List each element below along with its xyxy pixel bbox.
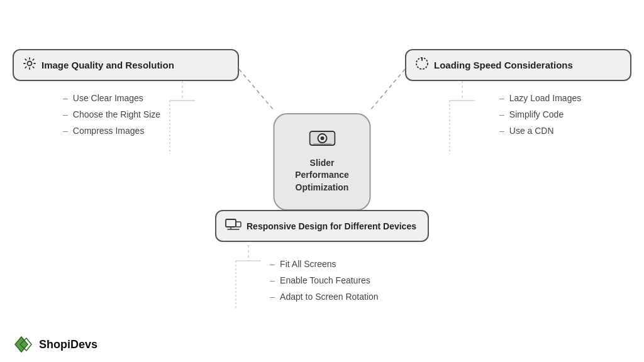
box-image-quality: Image Quality and Resolution xyxy=(13,49,239,81)
svg-point-14 xyxy=(320,136,324,140)
bullet-text: Use Clear Images xyxy=(73,93,143,103)
bullet-text: Enable Touch Features xyxy=(280,275,370,285)
logo: ShopiDevs xyxy=(13,333,97,356)
gear-icon xyxy=(23,57,36,74)
bullet-text: Simplify Code xyxy=(509,109,564,119)
list-item: Use a CDN xyxy=(499,126,625,136)
bullet-text: Choose the Right Size xyxy=(73,109,160,119)
list-item: Lazy Load Images xyxy=(499,93,625,103)
list-item: Fit All Screens xyxy=(270,259,378,269)
bullet-text: Adapt to Screen Rotation xyxy=(280,292,378,302)
box-loading-speed: Loading Speed Considerations xyxy=(405,49,631,81)
box-responsive: Responsive Design for Different Devices xyxy=(215,210,429,242)
list-item: Choose the Right Size xyxy=(63,109,160,119)
logo-text: ShopiDevs xyxy=(39,338,97,351)
diagram-container: Slider Performance Optimization Image Qu… xyxy=(0,0,644,339)
bullet-text: Fit All Screens xyxy=(280,259,336,269)
svg-rect-15 xyxy=(313,143,331,145)
svg-point-16 xyxy=(28,62,32,66)
bullet-text: Lazy Load Images xyxy=(509,93,581,103)
bullets-left: Use Clear Images Choose the Right Size C… xyxy=(63,93,160,142)
box-loading-speed-label: Loading Speed Considerations xyxy=(434,60,573,70)
list-item: Use Clear Images xyxy=(63,93,160,103)
svg-rect-20 xyxy=(236,222,241,227)
bullets-bottom: Fit All Screens Enable Touch Features Ad… xyxy=(270,259,378,308)
box-image-quality-label: Image Quality and Resolution xyxy=(42,60,174,70)
bullets-right: Lazy Load Images Simplify Code Use a CDN xyxy=(499,93,625,142)
center-icon xyxy=(309,130,335,153)
loading-icon xyxy=(415,57,429,74)
center-node: Slider Performance Optimization xyxy=(274,113,371,211)
box-responsive-label: Responsive Design for Different Devices xyxy=(247,221,416,231)
svg-line-1 xyxy=(370,69,405,110)
devices-icon xyxy=(225,217,242,234)
center-label: Slider Performance Optimization xyxy=(295,157,349,194)
bullet-text: Use a CDN xyxy=(509,126,554,136)
bullet-text: Compress Images xyxy=(73,126,145,136)
list-item: Adapt to Screen Rotation xyxy=(270,292,378,302)
svg-rect-19 xyxy=(226,219,236,227)
list-item: Enable Touch Features xyxy=(270,275,378,285)
shopidevs-logo-icon xyxy=(13,333,35,356)
list-item: Compress Images xyxy=(63,126,160,136)
list-item: Simplify Code xyxy=(499,109,625,119)
svg-line-0 xyxy=(239,69,274,110)
